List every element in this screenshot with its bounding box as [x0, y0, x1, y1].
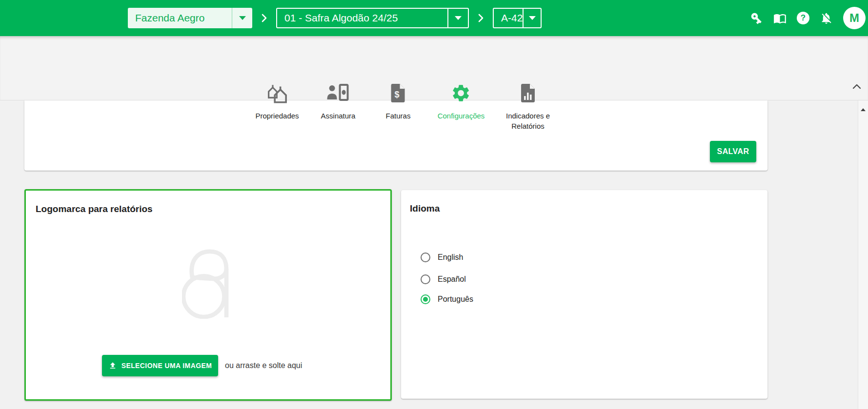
save-button[interactable]: SALVAR — [710, 141, 756, 162]
select-image-button[interactable]: SELECIONE UMA IMAGEM — [102, 355, 218, 376]
nav-label: Faturas — [386, 111, 411, 121]
nav-item-configuracoes[interactable]: Configurações — [438, 82, 485, 121]
field-selector[interactable]: A-42 — [493, 8, 542, 28]
collapse-nav-button[interactable] — [852, 83, 862, 90]
nav-label: Propriedades — [255, 111, 299, 121]
knowledge-book-icon[interactable] — [773, 12, 787, 25]
language-option-english[interactable]: English — [421, 253, 463, 262]
nav-label: Configurações — [438, 111, 485, 121]
scroll-up-arrow-icon[interactable] — [858, 105, 868, 114]
nav-item-assinatura[interactable]: Assinatura — [321, 82, 356, 121]
scroll-content: SALVAR Logomarca para relatórios SELECIO… — [0, 100, 868, 409]
breadcrumb-separator-icon — [478, 14, 484, 22]
breadcrumb: Fazenda Aegro 01 - Safra Algodão 24/25 A… — [128, 8, 542, 28]
chevron-up-icon — [852, 84, 861, 89]
top-header-bar: Fazenda Aegro 01 - Safra Algodão 24/25 A… — [0, 0, 868, 36]
season-selector[interactable]: 01 - Safra Algodão 24/25 — [276, 8, 469, 28]
nav-item-indicadores-relatorios[interactable]: Indicadores e Relatórios — [503, 82, 553, 131]
drag-drop-hint: ou arraste e solte aqui — [225, 361, 302, 370]
season-selector-value: 01 - Safra Algodão 24/25 — [277, 9, 447, 27]
select-image-button-label: SELECIONE UMA IMAGEM — [121, 362, 212, 370]
upload-icon — [108, 361, 117, 370]
houses-icon — [266, 82, 288, 104]
language-card-title: Idioma — [410, 203, 440, 214]
nav-item-faturas[interactable]: $ Faturas — [386, 82, 411, 121]
svg-text:$: $ — [395, 90, 400, 99]
notifications-off-icon[interactable] — [820, 12, 833, 25]
chevron-down-icon — [239, 16, 246, 20]
aegro-logo-placeholder-icon — [182, 248, 235, 321]
logo-upload-row: SELECIONE UMA IMAGEM ou arraste e solte … — [102, 355, 302, 376]
header-actions: ? M — [750, 0, 866, 36]
radio-unselected-icon[interactable] — [421, 274, 430, 284]
farm-selector-caret[interactable] — [232, 8, 252, 28]
radio-selected-icon[interactable] — [421, 294, 430, 304]
nav-label: Assinatura — [321, 111, 356, 121]
settings-nav-bar: Propriedades Assinatura $ — [0, 36, 868, 100]
radio-label: English — [438, 253, 463, 262]
farm-selector[interactable]: Fazenda Aegro — [128, 8, 252, 28]
app-screen: Fazenda Aegro 01 - Safra Algodão 24/25 A… — [0, 0, 868, 409]
field-selector-value: A-42 — [494, 9, 523, 27]
language-option-espanol[interactable]: Español — [421, 274, 466, 284]
radio-label: Español — [438, 275, 466, 284]
language-card: Idioma English Español Português — [401, 190, 767, 399]
language-option-portugues[interactable]: Português — [421, 294, 473, 304]
nav-label: Indicadores e Relatórios — [503, 111, 553, 131]
user-avatar[interactable]: M — [843, 7, 866, 29]
season-selector-caret[interactable] — [447, 9, 468, 27]
field-selector-caret[interactable] — [523, 9, 541, 27]
radio-unselected-icon[interactable] — [421, 253, 430, 262]
help-icon[interactable]: ? — [797, 12, 809, 24]
person-card-icon — [327, 82, 349, 104]
key-icon[interactable] — [750, 12, 763, 25]
chevron-down-icon — [455, 16, 462, 20]
vertical-scrollbar[interactable] — [858, 100, 868, 409]
report-file-icon — [520, 82, 536, 104]
nav-item-propriedades[interactable]: Propriedades — [255, 82, 299, 121]
report-logo-card[interactable]: Logomarca para relatórios SELECIONE UMA … — [24, 189, 392, 401]
chevron-down-icon — [529, 16, 536, 20]
breadcrumb-separator-icon — [262, 14, 267, 22]
logo-card-title: Logomarca para relatórios — [36, 204, 153, 214]
invoice-icon: $ — [390, 82, 406, 104]
gear-icon — [451, 82, 471, 104]
radio-label: Português — [438, 295, 473, 304]
farm-selector-value: Fazenda Aegro — [128, 8, 232, 28]
